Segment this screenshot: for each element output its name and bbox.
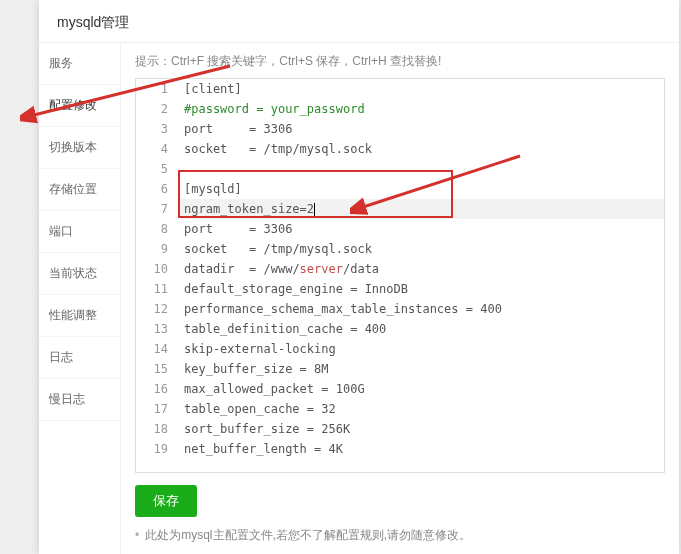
line-content[interactable]: [mysqld] <box>180 179 664 199</box>
line-number: 5 <box>136 159 180 179</box>
editor-hint: 提示：Ctrl+F 搜索关键字，Ctrl+S 保存，Ctrl+H 查找替换! <box>135 53 665 70</box>
line-content[interactable]: port = 3306 <box>180 119 664 139</box>
code-line[interactable]: 6[mysqld] <box>136 179 664 199</box>
sidebar-item-service[interactable]: 服务 <box>39 43 120 85</box>
code-line[interactable]: 19net_buffer_length = 4K <box>136 439 664 459</box>
sidebar-item-label: 存储位置 <box>49 182 97 196</box>
line-content[interactable]: table_definition_cache = 400 <box>180 319 664 339</box>
code-line[interactable]: 10datadir = /www/server/data <box>136 259 664 279</box>
line-content[interactable]: socket = /tmp/mysql.sock <box>180 239 664 259</box>
code-line[interactable]: 13table_definition_cache = 400 <box>136 319 664 339</box>
sidebar-item-port[interactable]: 端口 <box>39 211 120 253</box>
line-content[interactable]: net_buffer_length = 4K <box>180 439 664 459</box>
sidebar-item-label: 日志 <box>49 350 73 364</box>
line-content[interactable]: performance_schema_max_table_instances =… <box>180 299 664 319</box>
code-line[interactable]: 2#password = your_password <box>136 99 664 119</box>
line-number: 16 <box>136 379 180 399</box>
code-line[interactable]: 14skip-external-locking <box>136 339 664 359</box>
line-number: 4 <box>136 139 180 159</box>
code-line[interactable]: 18sort_buffer_size = 256K <box>136 419 664 439</box>
sidebar-item-label: 服务 <box>49 56 73 70</box>
line-number: 18 <box>136 419 180 439</box>
line-content[interactable]: default_storage_engine = InnoDB <box>180 279 664 299</box>
line-content[interactable]: max_allowed_packet = 100G <box>180 379 664 399</box>
modal-title: mysqld管理 <box>39 0 679 43</box>
line-content[interactable]: port = 3306 <box>180 219 664 239</box>
line-number: 12 <box>136 299 180 319</box>
config-editor[interactable]: 1[client]2#password = your_password3port… <box>135 78 665 473</box>
code-line[interactable]: 8port = 3306 <box>136 219 664 239</box>
sidebar-item-label: 配置修改 <box>49 98 97 112</box>
line-number: 1 <box>136 79 180 99</box>
line-content[interactable]: sort_buffer_size = 256K <box>180 419 664 439</box>
code-line[interactable]: 16max_allowed_packet = 100G <box>136 379 664 399</box>
line-content[interactable]: table_open_cache = 32 <box>180 399 664 419</box>
sidebar-item-log[interactable]: 日志 <box>39 337 120 379</box>
sidebar-item-config[interactable]: 配置修改 <box>39 85 120 127</box>
sidebar: 服务 配置修改 切换版本 存储位置 端口 当前状态 性能调整 日志 慢日志 <box>39 43 121 554</box>
code-line[interactable]: 7ngram_token_size=2 <box>136 199 664 219</box>
line-content[interactable]: skip-external-locking <box>180 339 664 359</box>
line-number: 2 <box>136 99 180 119</box>
line-number: 7 <box>136 199 180 219</box>
sidebar-item-label: 端口 <box>49 224 73 238</box>
line-content[interactable]: #password = your_password <box>180 99 664 119</box>
footnote: 此处为mysql主配置文件,若您不了解配置规则,请勿随意修改。 <box>135 527 665 544</box>
sidebar-item-storage[interactable]: 存储位置 <box>39 169 120 211</box>
sidebar-item-label: 性能调整 <box>49 308 97 322</box>
code-line[interactable]: 12performance_schema_max_table_instances… <box>136 299 664 319</box>
save-button[interactable]: 保存 <box>135 485 197 517</box>
sidebar-item-label: 慢日志 <box>49 392 85 406</box>
line-content[interactable]: key_buffer_size = 8M <box>180 359 664 379</box>
main-panel: 提示：Ctrl+F 搜索关键字，Ctrl+S 保存，Ctrl+H 查找替换! 1… <box>121 43 679 554</box>
line-number: 17 <box>136 399 180 419</box>
line-number: 19 <box>136 439 180 459</box>
line-content[interactable]: socket = /tmp/mysql.sock <box>180 139 664 159</box>
sidebar-item-slowlog[interactable]: 慢日志 <box>39 379 120 421</box>
line-content[interactable]: ngram_token_size=2 <box>180 199 664 219</box>
line-number: 3 <box>136 119 180 139</box>
line-number: 15 <box>136 359 180 379</box>
line-number: 14 <box>136 339 180 359</box>
sidebar-item-label: 切换版本 <box>49 140 97 154</box>
sidebar-item-label: 当前状态 <box>49 266 97 280</box>
line-number: 13 <box>136 319 180 339</box>
code-line[interactable]: 11default_storage_engine = InnoDB <box>136 279 664 299</box>
mysqld-manage-modal: mysqld管理 服务 配置修改 切换版本 存储位置 端口 当前状态 性能调整 … <box>39 0 679 554</box>
line-number: 11 <box>136 279 180 299</box>
line-number: 9 <box>136 239 180 259</box>
line-content[interactable]: datadir = /www/server/data <box>180 259 664 279</box>
line-content[interactable] <box>180 159 664 179</box>
line-number: 10 <box>136 259 180 279</box>
code-line[interactable]: 4socket = /tmp/mysql.sock <box>136 139 664 159</box>
line-content[interactable]: [client] <box>180 79 664 99</box>
code-line[interactable]: 15key_buffer_size = 8M <box>136 359 664 379</box>
line-number: 6 <box>136 179 180 199</box>
code-line[interactable]: 17table_open_cache = 32 <box>136 399 664 419</box>
code-line[interactable]: 1[client] <box>136 79 664 99</box>
sidebar-item-perf[interactable]: 性能调整 <box>39 295 120 337</box>
code-line[interactable]: 3port = 3306 <box>136 119 664 139</box>
sidebar-item-switch-ver[interactable]: 切换版本 <box>39 127 120 169</box>
modal-body: 服务 配置修改 切换版本 存储位置 端口 当前状态 性能调整 日志 慢日志 提示… <box>39 43 679 554</box>
code-line[interactable]: 5 <box>136 159 664 179</box>
code-line[interactable]: 9socket = /tmp/mysql.sock <box>136 239 664 259</box>
line-number: 8 <box>136 219 180 239</box>
sidebar-item-status[interactable]: 当前状态 <box>39 253 120 295</box>
